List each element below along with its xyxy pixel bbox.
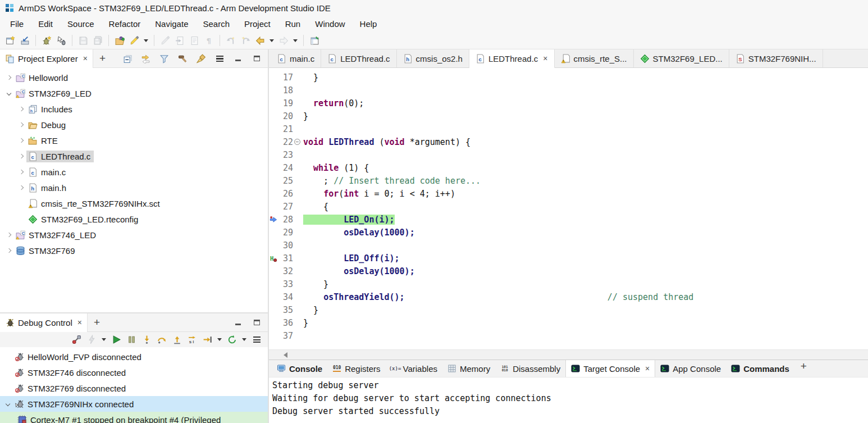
editor-tab-cmsis-os2-h[interactable]: hcmsis_os2.h: [397, 49, 469, 67]
editor-tab-ledthread-c[interactable]: cLEDThread.c×: [469, 49, 555, 68]
fold-collapse-icon[interactable]: −: [294, 139, 300, 145]
menu-edit[interactable]: Edit: [31, 17, 60, 30]
tree-item-helloworld[interactable]: CHelloworld: [0, 70, 268, 85]
line-number[interactable]: 32: [277, 266, 293, 276]
menu-refactor[interactable]: Refactor: [102, 17, 148, 30]
line-number[interactable]: 30: [277, 240, 293, 251]
dropdown-arrow-icon[interactable]: [269, 39, 274, 42]
code-area[interactable]: 17 }1819 return(0);20}2122−void LEDThrea…: [269, 68, 868, 349]
debug-item-1[interactable]: STM32F746 disconnected: [0, 365, 268, 380]
dropdown-arrow-icon[interactable]: [144, 39, 148, 42]
tab-project-explorer[interactable]: Project Explorer×: [0, 49, 93, 68]
line-number[interactable]: 27: [277, 202, 293, 212]
line-number[interactable]: 22: [277, 137, 293, 147]
editor-tab-stm32f769nih-[interactable]: SSTM32F769NIH...: [729, 49, 823, 67]
collapsed-arrow[interactable]: [3, 249, 14, 252]
tree-item-rte[interactable]: RTE: [0, 133, 268, 148]
view-menu-button[interactable]: [213, 52, 226, 65]
menu-window[interactable]: Window: [308, 17, 352, 30]
tree-item-stm32f746-led[interactable]: CSTM32F746_LED: [0, 227, 268, 243]
open-debug-config-button[interactable]: [113, 34, 126, 47]
minimize-button[interactable]: [231, 316, 245, 329]
maximize-button[interactable]: [250, 316, 263, 329]
highlighter-button[interactable]: [127, 34, 141, 47]
collapsed-arrow[interactable]: [16, 139, 26, 142]
tree-item-stm32f769[interactable]: STM32F769: [0, 243, 268, 258]
line-number[interactable]: 23: [277, 150, 293, 160]
filter-button[interactable]: [157, 52, 171, 65]
collapsed-arrow[interactable]: [16, 186, 26, 189]
debug-item-3[interactable]: STM32F769NIHx connected: [0, 396, 268, 412]
expanded-arrow[interactable]: [3, 92, 14, 95]
console-tab-registers[interactable]: 010Registers: [327, 360, 385, 377]
menu-help[interactable]: Help: [353, 17, 385, 30]
import-button[interactable]: [18, 34, 31, 47]
close-view-icon[interactable]: ×: [77, 318, 82, 327]
scroll-left-icon[interactable]: [284, 352, 287, 358]
line-number[interactable]: 35: [277, 305, 293, 315]
expanded-arrow[interactable]: [2, 402, 13, 406]
dropdown-arrow-icon[interactable]: [293, 39, 298, 42]
dropdown-arrow-icon[interactable]: [102, 338, 106, 341]
run-to-line-button[interactable]: [200, 333, 214, 347]
debug-item-4[interactable]: Cortex-M7 #1 stopped on breakpoint #4 (P…: [0, 412, 268, 423]
menu-search[interactable]: Search: [195, 17, 237, 30]
console-tab-memory[interactable]: Memory: [442, 360, 495, 377]
gutter-annotation[interactable]: H: [269, 254, 277, 262]
editor-horizontal-scrollbar[interactable]: [269, 349, 868, 360]
tree-item-includes[interactable]: hIncludes: [0, 101, 268, 117]
step-into-button[interactable]: [140, 333, 153, 347]
close-tab-icon[interactable]: ×: [543, 54, 547, 63]
continue-button[interactable]: [109, 333, 123, 347]
tree-item-main-h[interactable]: hmain.h: [0, 180, 268, 195]
menu-source[interactable]: Source: [60, 17, 102, 30]
line-number[interactable]: 24: [277, 163, 293, 173]
editor-tab-stm32f69-led-[interactable]: STM32F69_LED...: [634, 49, 729, 67]
hw-breakpoint-icon[interactable]: H: [269, 254, 277, 262]
line-number[interactable]: 37: [277, 331, 293, 341]
line-number[interactable]: 20: [277, 111, 293, 121]
collapse-all-button[interactable]: [120, 52, 134, 65]
clean-button[interactable]: [194, 52, 208, 65]
stepping-mode-button[interactable]: s i: [185, 333, 199, 347]
collapsed-arrow[interactable]: [3, 233, 14, 236]
pick-debug-target-button[interactable]: [54, 34, 68, 47]
line-number[interactable]: 26: [277, 189, 293, 199]
open-perspective-button[interactable]: [308, 34, 321, 47]
line-number[interactable]: 33: [277, 279, 293, 289]
dropdown-arrow-icon[interactable]: [217, 338, 222, 341]
editor-tab-cmsis-rte-s-[interactable]: !cmsis_rte_S...: [555, 49, 634, 67]
link-with-editor-button[interactable]: [139, 52, 152, 65]
line-number[interactable]: 19: [277, 98, 293, 108]
collapsed-arrow[interactable]: [16, 107, 26, 111]
view-menu-button[interactable]: [250, 333, 263, 347]
line-number[interactable]: 29: [277, 228, 293, 238]
refresh-button[interactable]: [225, 333, 239, 347]
code-editor[interactable]: 17 }1819 return(0);20}2122−void LEDThrea…: [269, 68, 868, 360]
tab-debug-control[interactable]: Debug Control×: [0, 313, 88, 332]
collapsed-arrow[interactable]: [3, 76, 14, 79]
tree-item-ledthread-c[interactable]: cLEDThread.c: [0, 148, 268, 164]
tree-item-stm32f69-led[interactable]: CSTM32F69_LED: [0, 85, 268, 101]
console-tab-console[interactable]: Console: [272, 360, 327, 377]
line-number[interactable]: 31: [277, 253, 293, 263]
tree-item-main-c[interactable]: cmain.c: [0, 164, 268, 180]
line-number[interactable]: 17: [277, 72, 293, 83]
console-tab-commands[interactable]: Commands: [726, 360, 794, 377]
debug-item-0[interactable]: HelloWorld_FVP disconnected: [0, 349, 268, 365]
editor-tab-main-c[interactable]: cmain.c: [271, 49, 321, 67]
menu-navigate[interactable]: Navigate: [148, 17, 195, 30]
collapsed-arrow[interactable]: [16, 154, 26, 158]
tree-item-stm32f69-led-rteconfig[interactable]: STM32F69_LED.rteconfig: [0, 211, 268, 227]
menu-run[interactable]: Run: [278, 17, 308, 30]
ip-breakpoint-icon[interactable]: [269, 216, 277, 224]
step-return-button[interactable]: [170, 333, 184, 347]
collapsed-arrow[interactable]: [16, 123, 26, 126]
back-button[interactable]: [253, 34, 267, 47]
new-view-tab-button[interactable]: +: [88, 316, 106, 329]
menu-project[interactable]: Project: [237, 17, 278, 30]
step-over-button[interactable]: [155, 333, 168, 347]
tree-item-debug[interactable]: Debug: [0, 117, 268, 133]
editor-tab-ledthread-c[interactable]: cLEDThread.c: [321, 49, 396, 67]
fold-column[interactable]: −: [293, 139, 301, 145]
